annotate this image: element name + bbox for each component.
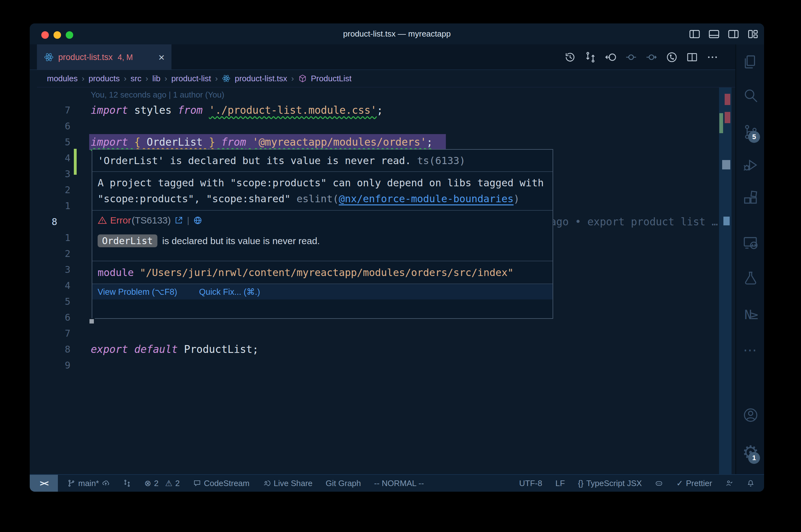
line-number[interactable]: 5 (37, 134, 70, 150)
breadcrumb-item-symbol[interactable]: ProductList (311, 74, 352, 83)
code-line-export-default[interactable]: export default ProductList; (91, 341, 258, 357)
open-external-icon[interactable] (174, 216, 183, 225)
codestream-item[interactable]: CodeStream (193, 478, 250, 488)
vim-mode-item[interactable]: -- NORMAL -- (374, 478, 424, 488)
tab-label: product-list.tsx (58, 53, 113, 62)
minimize-window-button[interactable] (54, 31, 61, 39)
tooltip-resize-grip[interactable] (89, 318, 95, 324)
string-literal: '@myreactapp/modules/orders' (253, 136, 426, 148)
current-line-number[interactable]: 8 (52, 214, 57, 230)
explorer-icon[interactable] (736, 54, 764, 70)
breadcrumb-item-src[interactable]: src (130, 74, 142, 83)
module-path-string: "/Users/juri/nrwl/content/myreactapp/mod… (140, 267, 513, 279)
remote-indicator[interactable]: >< (30, 475, 58, 492)
line-number[interactable]: 8 (37, 341, 70, 357)
line-number[interactable]: 1 (37, 198, 70, 214)
keyword: from (178, 104, 202, 116)
live-share-item[interactable]: Live Share (263, 478, 313, 488)
nx-console-icon[interactable]: N≥ (736, 308, 764, 322)
traffic-lights (41, 31, 73, 39)
search-icon[interactable] (736, 87, 764, 104)
live-share-label: Live Share (274, 478, 313, 488)
breadcrumb-item-file[interactable]: product-list.tsx (235, 74, 287, 83)
status-left-group: main* ⊗ 2 ⚠ 2 CodeStream (67, 475, 424, 492)
person-check-icon (725, 479, 733, 487)
breadcrumb-item-lib[interactable]: lib (152, 74, 161, 83)
breadcrumb-item-modules[interactable]: modules (47, 74, 78, 83)
timeline-history-icon[interactable] (564, 51, 576, 63)
next-change-icon[interactable] (645, 51, 658, 63)
tab-product-list[interactable]: product-list.tsx 4, M × (37, 44, 171, 70)
customize-layout-icon[interactable] (747, 28, 759, 40)
tooltip-module-path: module "/Users/juri/nrwl/content/myreact… (92, 261, 552, 284)
window-layout-controls (688, 23, 759, 44)
line-number[interactable]: 6 (37, 309, 70, 325)
line-number[interactable]: 3 (37, 166, 70, 182)
warning-count: 2 (175, 478, 180, 488)
run-debug-icon[interactable] (736, 157, 764, 173)
scrollbar-overview-ruler[interactable] (719, 88, 731, 474)
maximize-window-button[interactable] (66, 31, 73, 39)
view-problem-link[interactable]: View Problem (⌥F8) (98, 287, 177, 297)
line-number[interactable]: 2 (37, 246, 70, 262)
line-number[interactable]: 9 (37, 357, 70, 373)
share-icon (263, 479, 271, 487)
separator: | (187, 215, 189, 225)
extensions-icon[interactable] (736, 189, 764, 206)
navigate-back-icon[interactable] (604, 51, 617, 63)
error-count: 2 (154, 478, 158, 488)
error-description: is declared but its value is never read. (162, 236, 320, 246)
line-number[interactable]: 6 (37, 118, 70, 134)
split-editor-icon[interactable] (686, 51, 698, 63)
feedback-item[interactable] (725, 479, 733, 487)
line-number[interactable]: 1 (37, 230, 70, 246)
chevron-right-icon: › (82, 74, 85, 83)
globe-icon[interactable] (193, 216, 202, 225)
warning-triangle-icon: ⚠ (165, 478, 172, 488)
copilot-item[interactable] (655, 479, 663, 487)
symbol-badge: OrderList (98, 234, 158, 247)
breadcrumb-item-product-list[interactable]: product-list (171, 74, 211, 83)
code-line-import-orderlist[interactable]: import { OrderList } from '@myreactapp/m… (91, 134, 433, 150)
toggle-secondary-sidebar-icon[interactable] (727, 28, 740, 40)
quick-fix-link[interactable]: Quick Fix... (⌘.) (199, 287, 260, 297)
string-literal: './product-list.module.css' (209, 104, 377, 116)
status-right-group: UTF-8 LF {} TypeScript JSX ✓ Prettier (519, 475, 755, 492)
line-number[interactable]: 5 (37, 293, 70, 309)
sync-cloud-icon (102, 479, 110, 487)
symbol-cube-icon (298, 74, 307, 83)
compare-changes-icon[interactable] (584, 51, 597, 63)
line-number[interactable]: 7 (37, 102, 70, 118)
testing-beaker-icon[interactable] (736, 270, 764, 287)
problems-item[interactable]: ⊗ 2 ⚠ 2 (144, 478, 180, 488)
line-number[interactable]: 4 (37, 278, 70, 293)
breadcrumb-item-products[interactable]: products (89, 74, 120, 83)
toggle-panel-icon[interactable] (708, 28, 720, 40)
account-icon[interactable] (736, 407, 764, 423)
line-number[interactable]: 3 (37, 262, 70, 278)
more-actions-icon[interactable] (706, 51, 719, 63)
notifications-item[interactable] (747, 479, 755, 487)
additional-views-icon[interactable]: ⋯ (736, 347, 764, 353)
eol-item[interactable]: LF (556, 478, 565, 488)
line-number[interactable]: 2 (37, 182, 70, 198)
close-window-button[interactable] (41, 31, 49, 39)
line-number[interactable]: 4 (37, 150, 70, 166)
eslint-rule-link[interactable]: @nx/enforce-module-boundaries (339, 193, 514, 205)
toggle-sidebar-icon[interactable] (688, 28, 701, 40)
punctuation: ; (426, 136, 433, 148)
code-line-import-styles[interactable]: import styles from './product-list.modul… (91, 102, 383, 118)
source-control-badge: 5 (748, 131, 760, 143)
remote-explorer-icon[interactable] (736, 234, 764, 251)
prettier-item[interactable]: ✓ Prettier (676, 478, 712, 488)
previous-change-icon[interactable] (625, 51, 637, 63)
git-graph-item[interactable]: Git Graph (326, 478, 361, 488)
encoding-item[interactable]: UTF-8 (519, 478, 542, 488)
compare-changes-item[interactable] (123, 479, 131, 487)
language-label: TypeScript JSX (586, 478, 642, 488)
language-item[interactable]: {} TypeScript JSX (578, 478, 642, 488)
git-branch-item[interactable]: main* (67, 478, 110, 488)
line-number[interactable]: 7 (37, 325, 70, 341)
tab-close-icon[interactable]: × (158, 52, 165, 62)
source-control-graph-icon[interactable] (666, 51, 678, 63)
